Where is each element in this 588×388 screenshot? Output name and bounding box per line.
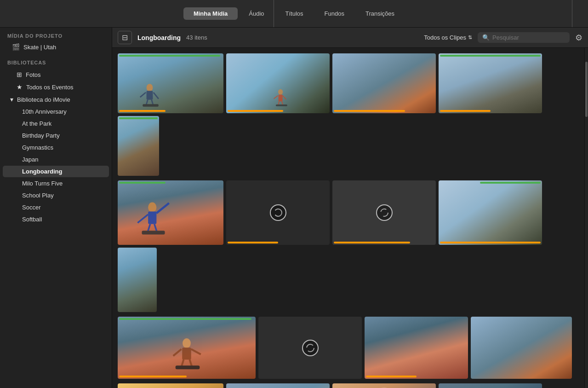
- svg-line-26: [191, 349, 201, 354]
- clips-grid: [112, 48, 584, 388]
- sidebar-item-10th-anniversary[interactable]: 10th Anniversary: [3, 106, 109, 117]
- grid-view-button[interactable]: ⊟: [118, 31, 132, 44]
- event-title: Longboarding: [137, 34, 181, 41]
- main-area: MÍDIA DO PROJETO 🎬 Skate | Utah BIBLIOTE…: [0, 28, 588, 388]
- tab-titulos[interactable]: Títulos: [275, 7, 314, 20]
- top-toolbar: Minha Mídia Áudio Títulos Fundos Transiç…: [0, 0, 588, 28]
- photos-icon: ⊞: [17, 71, 22, 78]
- clip-thumb[interactable]: [118, 116, 159, 176]
- clip-row-2: [118, 180, 579, 312]
- project-section-label: MÍDIA DO PROJETO: [0, 28, 112, 41]
- scrollbar-track[interactable]: [584, 48, 588, 388]
- sidebar-item-at-the-park[interactable]: At the Park: [3, 118, 109, 129]
- svg-line-9: [274, 95, 278, 98]
- sidebar-item-skate-utah[interactable]: 🎬 Skate | Utah: [3, 41, 109, 53]
- sidebar-item-birthday-party[interactable]: Birthday Party: [3, 130, 109, 141]
- clip-thumb[interactable]: [258, 317, 362, 379]
- clip-thumb[interactable]: [365, 317, 468, 379]
- svg-point-21: [274, 209, 282, 216]
- svg-line-2: [140, 92, 145, 97]
- clip-thumb[interactable]: [118, 383, 223, 388]
- filter-label: Todos os Clipes: [424, 34, 466, 41]
- sidebar-item-fotos[interactable]: ⊞ Fotos: [3, 69, 109, 81]
- sidebar-item-gymnastics[interactable]: Gymnastics: [3, 142, 109, 153]
- svg-line-25: [173, 349, 182, 356]
- tab-audio[interactable]: Áudio: [239, 7, 274, 20]
- sidebar-item-milo-turns-five[interactable]: Milo Turns Five: [3, 178, 109, 189]
- imovie-library-label: Biblioteca do iMovie: [17, 96, 70, 103]
- sidebar-item-japan[interactable]: Japan: [3, 154, 109, 165]
- svg-rect-15: [148, 211, 156, 224]
- chevron-down-icon: ▾: [10, 96, 13, 103]
- svg-line-16: [156, 203, 169, 213]
- event-label: Softball: [22, 216, 42, 223]
- search-input[interactable]: [492, 34, 561, 41]
- svg-line-3: [153, 92, 158, 98]
- sidebar-item-todos-os-eventos[interactable]: ★ Todos os Eventos: [3, 81, 109, 93]
- clip-thumb[interactable]: [471, 317, 572, 379]
- svg-point-7: [278, 89, 283, 94]
- chevron-up-down-icon: ⇅: [468, 35, 472, 41]
- clip-row-3: [118, 317, 579, 379]
- film-icon: 🎬: [12, 43, 20, 51]
- sidebar: MÍDIA DO PROJETO 🎬 Skate | Utah BIBLIOTE…: [0, 28, 112, 388]
- tab-transicoes[interactable]: Transições: [355, 7, 405, 20]
- clip-thumb[interactable]: [118, 53, 223, 113]
- clip-thumb[interactable]: [118, 248, 157, 312]
- sidebar-item-longboarding[interactable]: Longboarding: [3, 166, 109, 177]
- event-label: 10th Anniversary: [22, 108, 67, 115]
- svg-line-17: [137, 214, 148, 223]
- svg-point-22: [381, 209, 388, 216]
- project-item-label: Skate | Utah: [23, 44, 56, 51]
- loading-icon: [376, 204, 393, 221]
- search-bar[interactable]: 🔍: [478, 32, 570, 43]
- event-label: Japan: [22, 156, 38, 163]
- clip-thumb[interactable]: [226, 383, 330, 388]
- sidebar-item-soccer[interactable]: Soccer: [3, 202, 109, 213]
- star-icon: ★: [17, 83, 23, 91]
- clip-thumb[interactable]: [332, 180, 436, 245]
- fotos-label: Fotos: [26, 71, 41, 78]
- event-label: Birthday Party: [22, 132, 60, 139]
- search-icon: 🔍: [482, 34, 490, 41]
- event-label: At the Park: [22, 120, 51, 127]
- clip-row-4: [118, 383, 579, 388]
- svg-rect-29: [176, 365, 200, 369]
- tab-fundos[interactable]: Fundos: [314, 7, 354, 20]
- svg-point-30: [307, 344, 314, 352]
- svg-rect-13: [276, 104, 287, 106]
- clip-thumb[interactable]: [439, 53, 542, 113]
- svg-line-10: [283, 95, 286, 99]
- todos-os-eventos-label: Todos os Eventos: [26, 84, 74, 91]
- settings-button[interactable]: ⚙: [575, 33, 582, 43]
- filter-dropdown[interactable]: Todos os Clipes ⇅: [424, 34, 472, 41]
- scrollbar-thumb[interactable]: [585, 62, 588, 117]
- libraries-section-label: BIBLIOTECAS: [0, 53, 112, 68]
- clip-thumb[interactable]: [118, 317, 256, 379]
- event-label: School Play: [22, 192, 54, 199]
- sidebar-item-imovie-library[interactable]: ▾ Biblioteca do iMovie: [3, 93, 109, 105]
- svg-point-0: [146, 84, 153, 92]
- svg-rect-8: [279, 94, 283, 101]
- content-area: ⊟ Longboarding 43 itens Todos os Clipes …: [112, 28, 588, 388]
- sidebar-item-school-play[interactable]: School Play: [3, 190, 109, 201]
- clip-thumb[interactable]: [226, 180, 330, 245]
- tab-group: Minha Mídia Áudio Títulos Fundos Transiç…: [183, 7, 405, 20]
- clip-thumb[interactable]: [226, 53, 330, 113]
- clip-thumb[interactable]: [439, 180, 542, 245]
- svg-point-23: [183, 338, 191, 348]
- svg-rect-24: [182, 348, 191, 360]
- content-toolbar: ⊟ Longboarding 43 itens Todos os Clipes …: [112, 28, 588, 48]
- svg-point-14: [148, 202, 156, 212]
- tab-minha-midia[interactable]: Minha Mídia: [183, 7, 238, 20]
- loading-icon: [270, 204, 286, 221]
- event-label: Longboarding: [22, 168, 62, 175]
- item-count: 43 itens: [186, 34, 207, 41]
- clip-thumb[interactable]: [332, 53, 436, 113]
- svg-rect-6: [143, 104, 159, 107]
- sidebar-item-softball[interactable]: Softball: [3, 214, 109, 225]
- clip-thumb[interactable]: [118, 180, 223, 245]
- svg-rect-1: [146, 91, 153, 99]
- clip-thumb[interactable]: [332, 383, 436, 388]
- clip-thumb[interactable]: [439, 383, 542, 388]
